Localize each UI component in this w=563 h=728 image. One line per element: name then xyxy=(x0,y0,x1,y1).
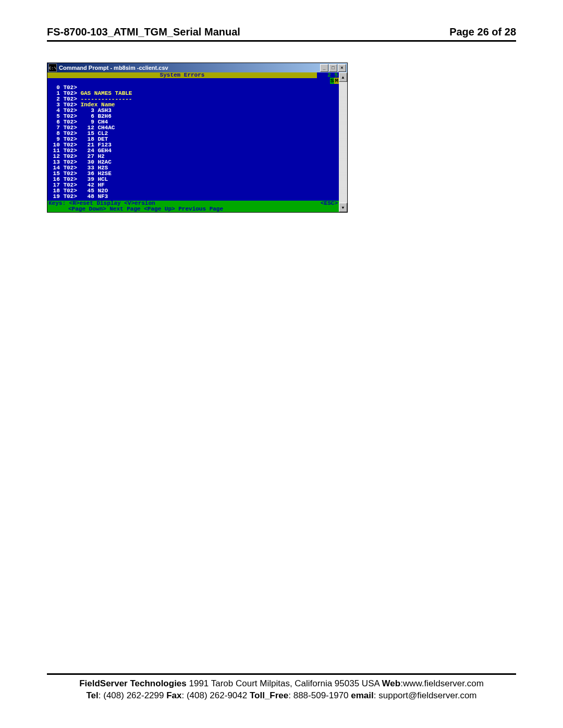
header-title: FS-8700-103_ATMI_TGM_Serial Manual xyxy=(47,26,240,38)
terminal-rows: 0 T02> 1 T02> GAS NAMES TABLE 2 T02> ---… xyxy=(47,84,339,201)
terminal-status-bar: System Errors 2 5 xyxy=(47,72,339,78)
status-title: System Errors xyxy=(47,72,317,78)
footer-address: 1991 Tarob Court Milpitas, California 95… xyxy=(187,678,382,688)
footer-email-label: email xyxy=(351,690,373,700)
page-header: FS-8700-103_ATMI_TGM_Serial Manual Page … xyxy=(47,26,516,42)
maximize-button[interactable]: □ xyxy=(329,64,337,72)
terminal-area[interactable]: System Errors 2 5 SM 0 T02> 1 T02> GAS N… xyxy=(47,72,339,212)
command-prompt-window: C:\ Command Prompt - mb8sim -cclient.csv… xyxy=(47,63,348,213)
footer-fax-label: Fax xyxy=(166,690,181,700)
vertical-scrollbar[interactable]: ▲ ▼ xyxy=(339,72,347,212)
terminal-footer-2: <Page Down> Next Page <Page Up> Previous… xyxy=(47,206,339,212)
app-icon: C:\ xyxy=(48,64,57,72)
page-number: Page 26 of 28 xyxy=(449,26,516,38)
footer-tel-label: Tel xyxy=(86,690,98,700)
window-title: Command Prompt - mb8sim -cclient.csv xyxy=(59,65,320,71)
scroll-down-button[interactable]: ▼ xyxy=(339,203,347,212)
document-footer: FieldServer Technologies 1991 Tarob Cour… xyxy=(47,673,516,702)
footer-web: :www.fieldserver.com xyxy=(400,678,484,688)
status-row-2: SM xyxy=(47,78,339,84)
footer-tel: : (408) 262-2299 xyxy=(99,690,166,700)
footer-esc: <ESC> xyxy=(321,201,338,206)
footer-email: : support@fieldserver.com xyxy=(374,690,477,700)
window-client-area: System Errors 2 5 SM 0 T02> 1 T02> GAS N… xyxy=(47,72,347,212)
scroll-track[interactable] xyxy=(339,82,347,203)
window-titlebar[interactable]: C:\ Command Prompt - mb8sim -cclient.csv… xyxy=(47,63,347,72)
table-row: 19 T02> 48 NF3 xyxy=(50,194,339,200)
footer-toll-label: Toll_Free xyxy=(250,690,288,700)
document-page: FS-8700-103_ATMI_TGM_Serial Manual Page … xyxy=(0,0,563,728)
embedded-screenshot: C:\ Command Prompt - mb8sim -cclient.csv… xyxy=(47,63,516,213)
status-flags: SM xyxy=(330,78,339,84)
close-button[interactable]: × xyxy=(338,64,346,72)
scroll-up-button[interactable]: ▲ xyxy=(339,72,347,82)
footer-toll: : 888-509-1970 xyxy=(288,690,351,700)
footer-fax: : (408) 262-9042 xyxy=(182,690,250,700)
footer-company: FieldServer Technologies xyxy=(79,678,187,688)
footer-web-label: Web xyxy=(382,678,401,688)
minimize-button[interactable]: _ xyxy=(320,64,328,72)
